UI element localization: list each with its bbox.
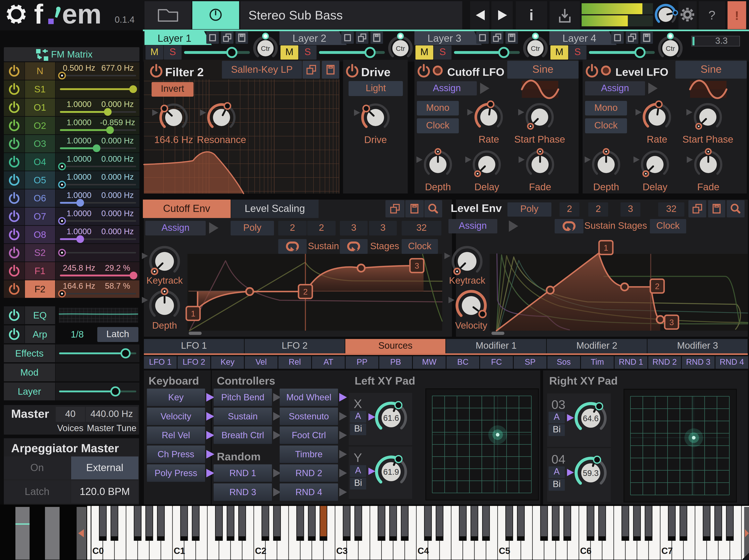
svg-text:32: 32 — [416, 222, 427, 233]
svg-text:Sos: Sos — [557, 358, 571, 366]
svg-text:Velocity: Velocity — [160, 411, 191, 421]
svg-text:Keyboard: Keyboard — [149, 374, 199, 387]
svg-text:2: 2 — [303, 287, 307, 296]
svg-text:O4: O4 — [34, 157, 46, 167]
svg-text:SP: SP — [525, 358, 535, 366]
svg-text:RND 2: RND 2 — [296, 468, 322, 478]
svg-text:RND 1: RND 1 — [619, 358, 643, 366]
svg-text:2: 2 — [319, 222, 324, 233]
svg-text:Master: Master — [11, 407, 49, 420]
svg-text:em: em — [62, 0, 102, 29]
svg-text:Latch: Latch — [25, 486, 49, 497]
svg-text:0.000 Hz: 0.000 Hz — [101, 100, 134, 109]
svg-text:Invert: Invert — [161, 83, 184, 94]
svg-text:Level Env: Level Env — [451, 202, 502, 214]
svg-text:Random: Random — [217, 450, 261, 462]
svg-text:Master Tune: Master Tune — [87, 423, 136, 433]
svg-text:-0.859 Hz: -0.859 Hz — [100, 118, 135, 127]
svg-text:Cutoff Env: Cutoff Env — [163, 203, 210, 214]
svg-text:Assign: Assign — [601, 83, 629, 93]
svg-text:RND 2: RND 2 — [652, 358, 677, 366]
svg-text:Sources: Sources — [378, 340, 413, 351]
svg-text:Layer 2: Layer 2 — [293, 33, 326, 44]
svg-text:2: 2 — [596, 203, 601, 214]
svg-text:Mod: Mod — [20, 367, 38, 378]
svg-text:BC: BC — [457, 358, 469, 366]
svg-text:Ctr: Ctr — [396, 45, 405, 52]
svg-text:1.0000: 1.0000 — [67, 172, 91, 181]
svg-text:C5: C5 — [499, 546, 510, 556]
svg-text:S: S — [169, 46, 176, 57]
svg-text:3: 3 — [380, 222, 386, 233]
svg-text:2: 2 — [567, 203, 572, 214]
svg-text:Level LFO: Level LFO — [616, 66, 668, 78]
svg-text:Poly: Poly — [243, 222, 261, 233]
svg-text:1.0000: 1.0000 — [67, 227, 91, 236]
svg-text:Rel: Rel — [289, 358, 301, 366]
svg-text:S1: S1 — [34, 84, 46, 94]
svg-text:M: M — [555, 46, 563, 57]
svg-text:Poly: Poly — [520, 203, 538, 214]
svg-text:1.0000: 1.0000 — [67, 118, 91, 127]
svg-text:Tim: Tim — [591, 358, 604, 366]
svg-text:Layer 3: Layer 3 — [428, 33, 462, 44]
svg-text:Mod Wheel: Mod Wheel — [286, 392, 331, 402]
svg-text:External: External — [86, 462, 123, 473]
svg-text:O2: O2 — [34, 120, 46, 131]
svg-text:C6: C6 — [580, 546, 592, 556]
svg-text:Assign: Assign — [162, 222, 190, 233]
svg-text:440.00 Hz: 440.00 Hz — [90, 408, 133, 419]
svg-text:LFO 2: LFO 2 — [183, 358, 205, 366]
svg-text:O5: O5 — [34, 175, 46, 186]
svg-text:58.7 %: 58.7 % — [105, 281, 130, 290]
svg-text:Clock: Clock — [408, 241, 431, 251]
svg-text:Poly Press: Poly Press — [155, 468, 197, 478]
svg-text:S: S — [574, 46, 581, 57]
svg-text:Velocity: Velocity — [455, 320, 487, 331]
svg-text:Delay: Delay — [643, 181, 667, 192]
svg-text:64.6: 64.6 — [583, 414, 599, 423]
svg-text:1: 1 — [191, 309, 195, 318]
svg-text:0.000 Hz: 0.000 Hz — [101, 227, 134, 236]
svg-text:Latch: Latch — [106, 329, 129, 339]
svg-text:40: 40 — [65, 408, 76, 419]
svg-text:C7: C7 — [661, 546, 673, 556]
svg-text:Fade: Fade — [529, 181, 551, 192]
svg-text:Modifier 2: Modifier 2 — [576, 340, 617, 351]
svg-text:MW: MW — [422, 358, 436, 366]
svg-text:Voices: Voices — [57, 423, 84, 433]
svg-text:Y: Y — [354, 451, 362, 465]
svg-text:Layer 4: Layer 4 — [562, 33, 596, 44]
svg-text:Right XY Pad: Right XY Pad — [549, 374, 618, 387]
svg-text:RND 3: RND 3 — [229, 487, 256, 497]
svg-text:RND 1: RND 1 — [229, 468, 256, 478]
svg-text:04: 04 — [551, 452, 565, 466]
svg-text:Fade: Fade — [697, 181, 719, 192]
svg-text:3: 3 — [414, 261, 419, 270]
svg-text:C2: C2 — [255, 546, 266, 556]
svg-text:AT: AT — [323, 358, 333, 366]
svg-text:RND 4: RND 4 — [296, 487, 322, 497]
svg-text:0.000 Hz: 0.000 Hz — [101, 191, 134, 199]
svg-text:M: M — [420, 46, 428, 57]
svg-text:LFO 2: LFO 2 — [282, 340, 307, 351]
svg-text:Sostenuto: Sostenuto — [289, 411, 329, 421]
svg-text:Arp: Arp — [33, 329, 47, 340]
svg-text:1.0000: 1.0000 — [67, 154, 91, 163]
svg-text:Effects: Effects — [15, 348, 44, 359]
svg-text:X: X — [354, 397, 362, 411]
svg-text:C3: C3 — [336, 546, 347, 556]
svg-text:Cutoff LFO: Cutoff LFO — [447, 66, 505, 78]
svg-text:Resonance: Resonance — [197, 134, 246, 145]
svg-text:O6: O6 — [34, 193, 46, 203]
svg-text:1: 1 — [604, 243, 608, 252]
svg-text:Timbre: Timbre — [295, 449, 322, 459]
svg-text:Mono: Mono — [426, 102, 449, 113]
svg-text:Modifier 3: Modifier 3 — [677, 340, 718, 351]
svg-text:A: A — [355, 465, 361, 475]
svg-text:Breath Ctrl: Breath Ctrl — [221, 430, 264, 440]
svg-text:Sine: Sine — [701, 63, 722, 75]
svg-text:On: On — [30, 462, 44, 473]
svg-text:1.0000: 1.0000 — [67, 209, 91, 218]
svg-text:1.0000: 1.0000 — [67, 100, 91, 109]
